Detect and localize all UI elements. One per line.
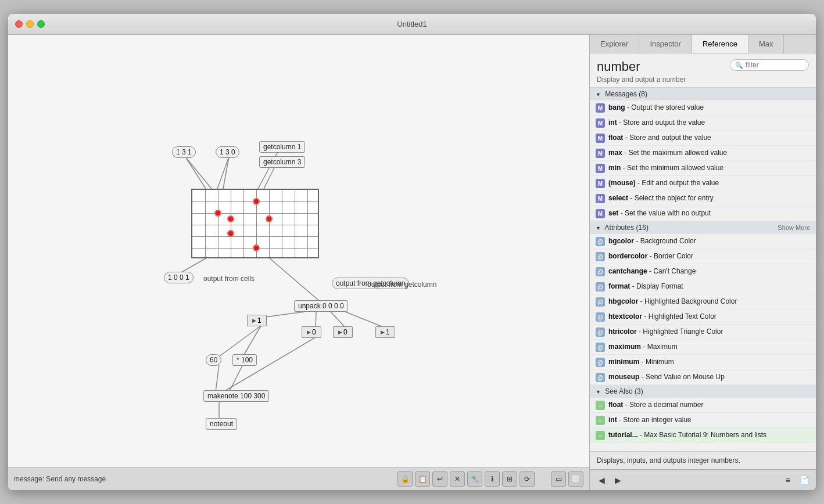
ref-item-max: M max - Set the maximum allowed value bbox=[590, 146, 816, 161]
ref-item-seealso-tutorial[interactable]: ○ tutorial... - Max Basic Tutorial 9: Nu… bbox=[590, 428, 816, 443]
show-more-button[interactable]: Show More bbox=[778, 224, 810, 231]
node-unpack[interactable]: unpack 0 0 0 0 bbox=[294, 300, 348, 312]
badge-attr-maximum: @ bbox=[596, 343, 605, 352]
tab-max[interactable]: Max bbox=[748, 35, 784, 53]
badge-attr-htricolor: @ bbox=[596, 327, 605, 337]
ref-item-set: M set - Set the value with no output bbox=[590, 206, 816, 221]
svg-line-15 bbox=[216, 365, 219, 392]
badge-attr-minimum: @ bbox=[596, 358, 605, 367]
badge-M-mouse: M bbox=[596, 179, 605, 188]
ref-item-min: M min - Set the minimum allowed value bbox=[590, 161, 816, 176]
svg-line-16 bbox=[229, 365, 243, 392]
filter-input[interactable] bbox=[746, 61, 804, 69]
reference-footer: Displays, inputs, and outputs integer nu… bbox=[590, 451, 816, 469]
node-getcolumn3[interactable]: getcolumn 3 bbox=[259, 156, 305, 168]
attributes-triangle: ▼ bbox=[596, 225, 601, 231]
redo-button[interactable]: ✕ bbox=[450, 471, 465, 487]
svg-line-12 bbox=[219, 326, 261, 357]
svg-line-0 bbox=[185, 157, 206, 189]
lock-button[interactable]: 🔒 bbox=[397, 471, 413, 487]
close-button[interactable] bbox=[15, 20, 23, 28]
reference-content[interactable]: ▼ Messages (8) M bang - Output the store… bbox=[590, 88, 816, 451]
svg-line-3 bbox=[223, 157, 229, 189]
node-60[interactable]: 60 bbox=[206, 354, 221, 366]
bottom-panel-bar: ◀ ▶ ≡ 📄 bbox=[590, 469, 816, 490]
badge-O-int: ○ bbox=[596, 416, 605, 425]
grid-object[interactable] bbox=[191, 189, 319, 258]
ref-item-htricolor: @ htricolor - Highlighted Triangle Color bbox=[590, 325, 816, 340]
maximize-button[interactable] bbox=[37, 20, 45, 28]
ref-object-title: number bbox=[597, 59, 686, 74]
seealso-section-header[interactable]: ▼ See Also (3) bbox=[590, 385, 816, 398]
badge-M-select: M bbox=[596, 194, 605, 203]
badge-attr-bordercolor: @ bbox=[596, 252, 605, 261]
svg-line-2 bbox=[217, 157, 229, 189]
ref-item-bordercolor: @ bordercolor - Border Color bbox=[590, 249, 816, 264]
ref-item-seealso-int[interactable]: ○ int - Store an integer value bbox=[590, 413, 816, 428]
ref-item-hbgcolor: @ hbgcolor - Highlighted Background Colo… bbox=[590, 294, 816, 309]
seealso-triangle: ▼ bbox=[596, 389, 601, 395]
ref-item-format: @ format - Display Format bbox=[590, 279, 816, 294]
badge-M-max: M bbox=[596, 149, 605, 158]
split-view-button[interactable]: ⬜ bbox=[568, 471, 583, 487]
ref-item-int: M int - Store and output the value bbox=[590, 116, 816, 131]
node-mul100[interactable]: * 100 bbox=[232, 354, 257, 366]
node-noteout[interactable]: noteout bbox=[206, 418, 237, 430]
ref-item-bgcolor: @ bgcolor - Background Color bbox=[590, 234, 816, 249]
undo-button[interactable]: ↩ bbox=[432, 471, 447, 487]
inspector-button[interactable]: 🔧 bbox=[467, 471, 482, 487]
ref-item-maximum: @ maximum - Maximum bbox=[590, 340, 816, 355]
badge-attr-cantchange: @ bbox=[596, 267, 605, 276]
status-bar: message: Send any message 🔒 📋 ↩ ✕ 🔧 ℹ ⊞ … bbox=[8, 467, 589, 490]
num-display-0a[interactable]: ▶ 0 bbox=[302, 326, 321, 338]
single-view-button[interactable]: ▭ bbox=[551, 471, 566, 487]
grid-button[interactable]: ⊞ bbox=[502, 471, 517, 487]
num-display-1b[interactable]: ▶ 1 bbox=[375, 326, 395, 338]
ref-item-cantchange: @ cantchange - Can't Change bbox=[590, 264, 816, 279]
canvas-area[interactable]: 1 3 1 1 3 0 getcolumn 1 getcolumn 3 1 0 … bbox=[8, 35, 589, 490]
node-getcolumn1[interactable]: getcolumn 1 bbox=[259, 141, 305, 153]
svg-line-13 bbox=[243, 326, 261, 357]
badge-M-float: M bbox=[596, 134, 605, 143]
label-output-getcolumn: output from getcolumn bbox=[367, 280, 436, 289]
next-button[interactable]: ▶ bbox=[611, 473, 625, 487]
ref-item-minimum: @ minimum - Minimum bbox=[590, 355, 816, 370]
info-button[interactable]: ℹ bbox=[485, 471, 500, 487]
badge-M-set: M bbox=[596, 209, 605, 218]
canvas-status: message: Send any message bbox=[14, 475, 393, 483]
node-131[interactable]: 1 3 1 bbox=[172, 146, 196, 158]
node-makenote[interactable]: makenote 100 300 bbox=[203, 390, 269, 402]
search-bar[interactable]: 🔍 bbox=[730, 59, 809, 71]
tab-bar: Explorer Inspector Reference Max bbox=[590, 35, 816, 53]
attributes-section-header[interactable]: ▼ Attributes (16) Show More bbox=[590, 221, 816, 234]
doc-view-button[interactable]: 📄 bbox=[797, 473, 811, 487]
search-icon: 🔍 bbox=[735, 62, 743, 69]
list-view-button[interactable]: ≡ bbox=[781, 473, 795, 487]
main-area: 1 3 1 1 3 0 getcolumn 1 getcolumn 3 1 0 … bbox=[8, 35, 816, 490]
window-title: Untitled1 bbox=[397, 20, 427, 28]
svg-line-7 bbox=[270, 258, 322, 303]
svg-line-1 bbox=[185, 157, 212, 189]
ref-item-mouseup: @ mouseup - Send Value on Mouse Up bbox=[590, 370, 816, 385]
prev-button[interactable]: ◀ bbox=[594, 473, 608, 487]
messages-section-header[interactable]: ▼ Messages (8) bbox=[590, 88, 816, 100]
rotate-button[interactable]: ⟳ bbox=[520, 471, 535, 487]
badge-attr-htextcolor: @ bbox=[596, 312, 605, 322]
badge-attr-mouseup: @ bbox=[596, 373, 605, 382]
badge-M-bang: M bbox=[596, 103, 605, 113]
num-display-1[interactable]: ▶ 1 bbox=[247, 315, 267, 326]
tab-reference[interactable]: Reference bbox=[692, 35, 748, 53]
badge-M-min: M bbox=[596, 164, 605, 173]
tab-explorer[interactable]: Explorer bbox=[590, 35, 639, 53]
ref-item-seealso-float[interactable]: ○ float - Store a decimal number bbox=[590, 398, 816, 413]
badge-attr-format: @ bbox=[596, 282, 605, 291]
clipboard-button[interactable]: 📋 bbox=[415, 471, 430, 487]
node-111[interactable]: 1 0 0 1 bbox=[164, 272, 194, 283]
minimize-button[interactable] bbox=[26, 20, 34, 28]
node-130[interactable]: 1 3 0 bbox=[216, 146, 239, 158]
canvas-content: 1 3 1 1 3 0 getcolumn 1 getcolumn 3 1 0 … bbox=[8, 35, 589, 467]
tab-inspector[interactable]: Inspector bbox=[639, 35, 692, 53]
label-output-cells: output from cells bbox=[203, 275, 255, 283]
badge-M-int: M bbox=[596, 118, 605, 128]
num-display-0b[interactable]: ▶ 0 bbox=[333, 326, 353, 338]
